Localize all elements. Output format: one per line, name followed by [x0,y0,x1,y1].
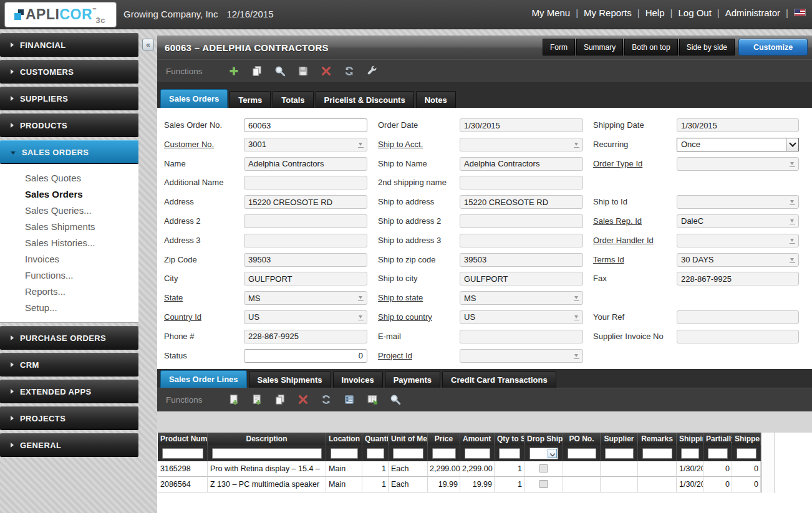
sidebar-section-projects[interactable]: PROJECTS [0,406,138,430]
delete-icon[interactable] [321,65,332,77]
grid-vertical-scrollbar[interactable] [761,433,775,493]
field-status[interactable]: 0 [244,349,367,363]
cell-supplier[interactable] [601,477,638,492]
search-icon[interactable] [390,394,401,405]
save-icon[interactable] [297,65,309,77]
view-button-side-by-side[interactable]: Side by side [679,39,735,55]
field-ship-to-city[interactable]: GULFPORT [460,272,583,285]
filter-input-product-number[interactable] [162,448,203,459]
menu-administrator[interactable]: Administrator [725,7,780,18]
aplicor-logo[interactable]: APLICOR™3c [4,2,117,27]
field-address[interactable]: 15220 CREOSOTE RD [244,195,367,209]
sidebar-collapse-button[interactable]: « [142,39,154,50]
cell-shipping-date[interactable]: 1/30/2015 [677,477,703,492]
cell-shipped[interactable]: 0 [732,461,761,477]
field-ship-to-country[interactable]: US [460,310,583,324]
column-header-product-number[interactable]: Product Number [158,433,208,445]
add-icon[interactable] [228,65,239,77]
drop-ship-checkbox[interactable] [539,480,548,488]
field-label-ship-to-country[interactable]: Ship to country [378,310,460,330]
cell-quantity[interactable]: 1 [362,477,389,492]
filter-input-quantity[interactable] [367,448,384,459]
filter-input-description[interactable] [212,448,322,459]
cell-shipping-date[interactable]: 1/30/2015 [677,461,703,477]
cell-unit-of-measure[interactable]: Each [389,461,428,477]
field-ship-to-name[interactable]: Adelphia Contractors [460,157,583,171]
cell-drop-ship[interactable] [524,461,563,477]
export-icon[interactable] [367,394,378,405]
menu-my-menu[interactable]: My Menu [532,7,571,18]
cell-po-no[interactable] [563,461,601,477]
cell-remarks[interactable] [638,461,677,477]
field-order-type-id[interactable] [677,157,799,171]
copy-icon[interactable] [274,394,286,405]
copy-icon[interactable] [251,65,263,77]
column-header-price[interactable]: Price [428,433,460,445]
cell-description[interactable]: Z 130 – PC multimedia speaker [208,477,326,492]
cell-amount[interactable]: 2,299.00 [460,461,495,477]
cell-price[interactable]: 19.99 [428,477,460,492]
field-ship-to-address[interactable]: 15220 CREOSOTE RD [460,195,583,209]
search-icon[interactable] [274,65,286,77]
field-label-terms-id[interactable]: Terms Id [593,253,677,272]
column-header-quantity[interactable]: Quantity [362,433,389,445]
field-ship-to-state[interactable]: MS [460,291,583,305]
wrench-icon[interactable] [367,65,378,77]
tasks-icon[interactable] [344,394,355,405]
field-e-mail[interactable] [460,330,583,343]
cell-partially-shipped[interactable]: 0 [703,461,732,477]
field-order-handler-id[interactable] [677,234,799,247]
column-header-location[interactable]: Location [326,433,362,445]
refresh-icon[interactable] [321,394,332,405]
sidebar-section-purchase-orders[interactable]: PURCHASE ORDERS [0,326,138,350]
filter-input-shipped[interactable] [737,448,756,459]
sidebar-section-customers[interactable]: CUSTOMERS [0,60,138,84]
filter-input-supplier[interactable] [605,448,634,459]
field-label-project-id[interactable]: Project Id [378,349,460,368]
column-header-supplier[interactable]: Supplier [601,433,638,445]
tab-sales-orders[interactable]: Sales Orders [160,89,228,108]
cell-quantity[interactable]: 1 [362,461,389,477]
column-header-drop-ship[interactable]: Drop Ship [524,433,563,445]
field-ship-to-id[interactable] [677,195,799,209]
us-flag-icon[interactable] [794,9,806,16]
field-ship-to-zip-code[interactable]: 39503 [460,253,583,267]
field-fax[interactable]: 228-867-9925 [677,272,799,285]
field-country-id[interactable]: US [244,310,367,324]
tab-terms[interactable]: Terms [230,91,271,108]
column-header-partially-shipped[interactable]: Partially Shipped [703,433,732,445]
sidebar-item-reports[interactable]: Reports... [25,284,138,300]
tab-notes[interactable]: Notes [416,91,456,108]
tab-credit-card-transactions[interactable]: Credit Card Transactions [442,372,556,388]
sidebar-item-sales-queries[interactable]: Sales Queries... [25,203,138,219]
cell-unit-of-measure[interactable]: Each [389,477,428,492]
field-2nd-shipping-name[interactable] [460,176,583,189]
column-header-amount[interactable]: Amount [460,433,495,445]
cell-description[interactable]: Pro with Retina display – 15.4 – [208,461,326,477]
sidebar-item-sales-orders[interactable]: Sales Orders [25,186,138,203]
sidebar-section-general[interactable]: GENERAL [0,433,138,457]
sidebar-item-setup[interactable]: Setup... [25,300,138,316]
filter-input-shipping-date[interactable] [681,448,699,459]
column-header-unit-of-measure[interactable]: Unit of Measure [389,433,428,445]
view-button-both-on-top[interactable]: Both on top [624,39,677,55]
filter-input-qty-to-ship[interactable] [499,448,520,459]
cell-qty-to-ship[interactable]: 1 [495,477,524,492]
delete-icon[interactable] [297,394,309,405]
field-shipping-date[interactable]: 1/30/2015 [677,118,799,132]
cell-shipped[interactable]: 0 [732,477,761,492]
field-ship-to-address-2[interactable] [460,214,583,228]
field-label-order-handler-id[interactable]: Order Handler Id [593,234,677,253]
field-address-3[interactable] [244,234,367,247]
field-label-ship-to-state[interactable]: Ship to state [378,291,460,310]
field-terms-id[interactable]: 30 DAYS [677,253,799,267]
field-label-order-type-id[interactable]: Order Type Id [593,157,677,176]
field-ship-to-address-3[interactable] [460,234,583,247]
filter-input-price[interactable] [432,448,456,459]
sidebar-section-crm[interactable]: CRM [0,353,138,376]
filter-select-drop-ship[interactable] [529,448,558,459]
column-header-qty-to-ship[interactable]: Qty to Ship [495,433,524,445]
sidebar-section-financial[interactable]: FINANCIAL [0,33,138,57]
field-label-ship-to-acct[interactable]: Ship to Acct. [378,138,460,157]
tab-pricelist-discounts[interactable]: Pricelist & Discounts [316,91,414,108]
